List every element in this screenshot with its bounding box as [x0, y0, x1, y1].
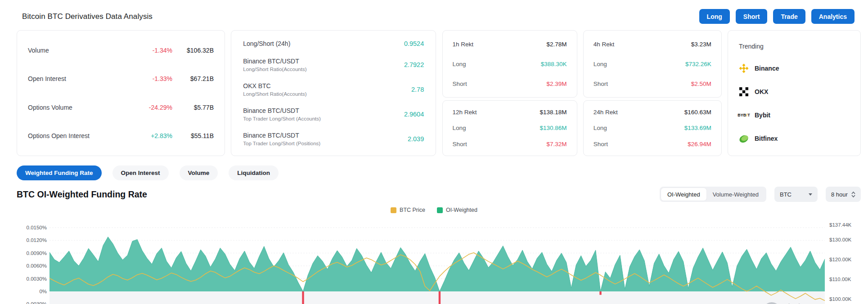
tab-weighted-funding-rate[interactable]: Weighted Funding Rate — [17, 165, 102, 180]
rekt-long-value: $732.26K — [685, 61, 711, 67]
ratio-value: 0.9524 — [404, 40, 424, 47]
stat-row-options-open-interest: Options Open Interest +2.83% $55.11B — [28, 132, 214, 139]
rekt-short-value: $7.32M — [546, 141, 567, 148]
right-axis-tick: $100.00K — [829, 296, 852, 302]
ratio-label: Long/Short (24h) — [243, 40, 290, 47]
rekt-column-right: 4h Rekt$3.23M Long$732.26K Short$2.50M 2… — [583, 30, 722, 156]
right-axis-tick: $110.00K — [829, 277, 851, 282]
rekt-card-24h: 24h Rekt$160.63M Long$133.69M Short$26.9… — [583, 100, 722, 156]
rekt-short-value: $2.39M — [546, 80, 567, 87]
derivatives-dashboard: Bitcoin BTC Derivatives Data Analysis Lo… — [0, 0, 868, 304]
stat-label: Open Interest — [28, 75, 66, 82]
right-axis-tick: $130.00K — [829, 237, 852, 242]
page-title: Bitcoin BTC Derivatives Data Analysis — [22, 12, 153, 21]
trending-item-bitfinex[interactable]: Bitfinex — [739, 134, 850, 143]
rekt-short-value: $26.94M — [688, 141, 711, 148]
rekt-column-left: 1h Rekt$2.78M Long$388.30K Short$2.39M 1… — [442, 30, 577, 156]
okx-icon — [739, 87, 749, 97]
ratio-row: OKX BTC Long/Short Ratio(Accounts) 2.78 — [243, 82, 424, 97]
ratio-row: Binance BTC/USDT Top Trader Long/Short (… — [243, 107, 424, 121]
ratio-label: Binance BTC/USDT — [243, 132, 320, 139]
ratio-row: Long/Short (24h) 0.9524 — [243, 40, 424, 47]
legend-label: OI-Weighted — [446, 207, 477, 213]
trending-item-label: OKX — [755, 88, 768, 95]
long-button[interactable]: Long — [699, 9, 730, 24]
stat-change: -1.34% — [153, 47, 172, 54]
right-axis-tick: $120.00K — [829, 257, 852, 262]
symbol-select-value: BTC — [780, 191, 792, 198]
rekt-title: 4h Rekt — [594, 41, 615, 48]
tab-volume[interactable]: Volume — [180, 165, 218, 180]
trending-item-label: Bybit — [755, 112, 770, 119]
rekt-short-label: Short — [453, 141, 467, 148]
trade-button[interactable]: Trade — [773, 9, 805, 24]
stepper-arrows-icon — [851, 192, 855, 197]
left-axis-tick: 0.0060% — [27, 263, 47, 268]
ratio-sublabel: Top Trader Long/Short (Accounts) — [243, 116, 321, 121]
interval-select-value: 8 hour — [831, 191, 848, 198]
ratio-sublabel: Long/Short Ratio(Accounts) — [243, 91, 306, 97]
ratio-sublabel: Top Trader Long/Short (Positions) — [243, 141, 320, 146]
trending-item-label: Binance — [755, 65, 779, 72]
ratio-row: Binance BTC/USDT Long/Short Ratio(Accoun… — [243, 58, 424, 72]
legend-item-oi-weighted[interactable]: OI-Weighted — [437, 207, 477, 213]
rekt-total: $160.63M — [684, 109, 711, 116]
rekt-total: $2.78M — [546, 41, 567, 48]
btc-price-swatch — [391, 207, 396, 213]
trending-title: Trending — [739, 43, 850, 50]
rekt-title: 24h Rekt — [594, 109, 618, 116]
stat-row-volume: Volume -1.34% $106.32B — [28, 47, 214, 54]
left-axis-tick: -0.0030% — [25, 301, 47, 304]
ratio-label: Binance BTC/USDT — [243, 107, 321, 114]
rekt-title: 12h Rekt — [453, 109, 477, 116]
stat-value: $106.32B — [172, 47, 214, 54]
ratio-value: 2.7922 — [404, 61, 424, 68]
chart-tabs: Weighted Funding Rate Open Interest Volu… — [0, 156, 868, 180]
stat-value: $5.77B — [172, 104, 214, 111]
legend-item-btc-price[interactable]: BTC Price — [391, 207, 425, 213]
trending-item-okx[interactable]: OKX — [739, 87, 850, 97]
left-axis-tick: 0.0150% — [27, 225, 47, 230]
rekt-long-value: $130.86M — [540, 125, 567, 131]
left-axis-tick: 0.0090% — [27, 250, 47, 256]
market-stats-card: Volume -1.34% $106.32B Open Interest -1.… — [17, 30, 225, 156]
funding-rate-chart[interactable]: coinglass0.0150%0.0120%0.0090%0.0060%0.0… — [0, 220, 868, 304]
rekt-long-value: $133.69M — [684, 125, 711, 131]
coinglass-watermark: coinglass — [780, 302, 811, 304]
tab-liquidation[interactable]: Liquidation — [229, 165, 279, 180]
trending-item-bybit[interactable]: BYB!T Bybit — [739, 110, 850, 120]
chart-title: BTC OI-Weighted Funding Rate — [17, 189, 147, 200]
left-axis-tick: 0% — [39, 289, 47, 294]
weighting-toggle: OI-Weighted Volume-Weighted — [660, 187, 766, 202]
analytics-button[interactable]: Analytics — [811, 9, 855, 24]
rekt-long-label: Long — [453, 61, 466, 67]
rekt-short-label: Short — [594, 80, 608, 87]
rekt-card-12h: 12h Rekt$138.18M Long$130.86M Short$7.32… — [442, 100, 577, 156]
stat-change: -24.29% — [149, 104, 172, 111]
ratio-row: Binance BTC/USDT Top Trader Long/Short (… — [243, 132, 424, 146]
ratio-label: Binance BTC/USDT — [243, 58, 306, 65]
stat-value: $67.21B — [172, 75, 214, 82]
ratio-sublabel: Long/Short Ratio(Accounts) — [243, 67, 306, 72]
bybit-icon: BYB!T — [739, 110, 749, 120]
tab-open-interest[interactable]: Open Interest — [112, 165, 169, 180]
stat-row-open-interest: Open Interest -1.33% $67.21B — [28, 75, 214, 82]
ratio-value: 2.78 — [411, 86, 424, 93]
oi-weighted-swatch — [437, 207, 443, 213]
volume-weighted-option[interactable]: Volume-Weighted — [706, 188, 765, 201]
rekt-long-label: Long — [594, 125, 607, 131]
legend-label: BTC Price — [400, 207, 425, 213]
interval-select[interactable]: 8 hour — [826, 187, 861, 202]
rekt-card-1h: 1h Rekt$2.78M Long$388.30K Short$2.39M — [442, 30, 577, 98]
oi-weighted-option[interactable]: OI-Weighted — [661, 188, 706, 201]
summary-cards-row: Volume -1.34% $106.32B Open Interest -1.… — [0, 30, 868, 156]
ratio-label: OKX BTC — [243, 82, 306, 89]
left-axis-tick: 0.0120% — [27, 237, 47, 243]
short-button[interactable]: Short — [736, 9, 768, 24]
trending-item-binance[interactable]: Binance — [739, 63, 850, 73]
stat-change: +2.83% — [151, 132, 172, 139]
stat-label: Volume — [28, 47, 49, 54]
symbol-select[interactable]: BTC — [774, 187, 818, 202]
rekt-long-value: $388.30K — [541, 61, 567, 67]
binance-icon — [739, 63, 749, 73]
